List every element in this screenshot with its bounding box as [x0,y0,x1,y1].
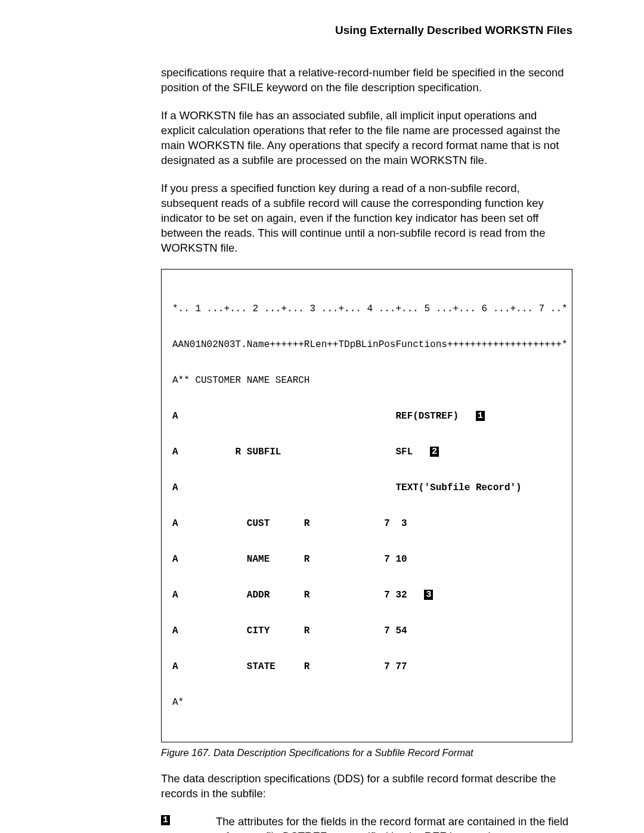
code-line: A STATE R 7 77 [172,661,561,673]
running-head: Using Externally Described WORKSTN Files [161,24,572,37]
code-line: A REF(DSTREF) 1 [172,410,561,422]
code-bold: A R SUBFIL SFL [172,447,430,457]
code-bold: A ADDR R 7 32 [172,590,424,600]
code-figure-box: *.. 1 ...+... 2 ...+... 3 ...+... 4 ...+… [161,269,572,742]
page: Using Externally Described WORKSTN Files… [0,0,644,833]
code-line: A TEXT('Subfile Record') [172,482,561,494]
code-bold: A REF(DSTREF) [172,411,476,422]
callout-1-icon: 1 [476,411,485,421]
paragraph: If you press a specified function key du… [161,181,572,256]
code-line: A NAME R 7 10 [172,553,561,565]
code-line: A CUST R 7 3 [172,518,561,529]
code-line: A** CUSTOMER NAME SEARCH [172,374,561,386]
code-line: *.. 1 ...+... 2 ...+... 3 ...+... 4 ...+… [172,303,561,315]
figure-caption: Figure 167. Data Description Specificati… [161,747,572,758]
code-line: A ADDR R 7 32 3 [172,589,561,601]
paragraph: If a WORKSTN file has an associated subf… [161,109,572,168]
callout-index: 1 [161,815,216,825]
code-line: A CITY R 7 54 [172,625,561,637]
callout-3-icon: 3 [424,590,433,600]
callout-text: The attributes for the fields in the rec… [216,815,572,833]
paragraph: The data description specifications (DDS… [161,772,572,801]
callout-notes: 1 The attributes for the fields in the r… [161,815,572,833]
callout-2-icon: 2 [430,447,439,457]
code-line: A R SUBFIL SFL 2 [172,446,561,458]
code-line: A* [172,696,561,708]
callout-1-icon: 1 [161,815,170,825]
code-line: AAN01N02N03T.Name++++++RLen++TDpBLinPosF… [172,339,561,351]
callout-note-row: 1 The attributes for the fields in the r… [161,815,572,833]
paragraph: specifications require that a relative-r… [161,66,572,95]
